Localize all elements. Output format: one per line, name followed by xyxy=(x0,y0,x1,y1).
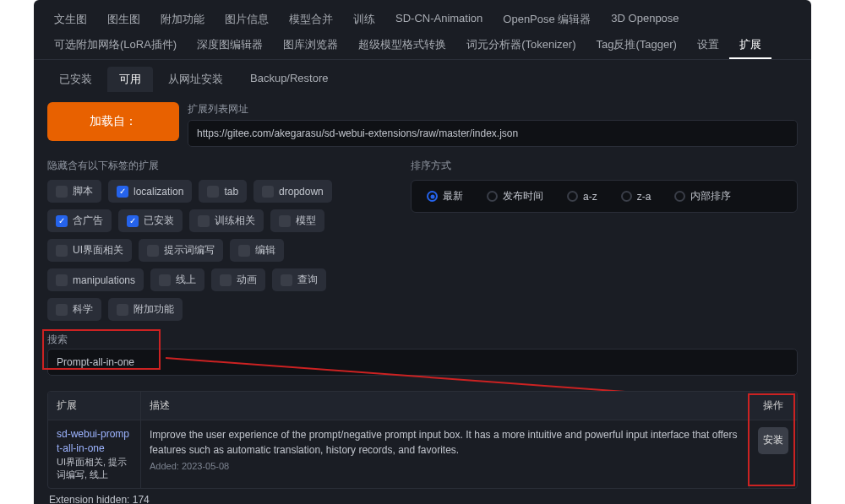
main-tab[interactable]: 深度图编辑器 xyxy=(187,32,273,59)
extension-added-date: Added: 2023-05-08 xyxy=(150,461,740,471)
main-tab[interactable]: 图库浏览器 xyxy=(273,32,348,59)
filter-chip-label: 训练相关 xyxy=(215,214,255,228)
action-highlight-box xyxy=(748,393,795,486)
radio-icon xyxy=(487,191,498,202)
sort-radio[interactable]: z-a xyxy=(611,186,662,207)
radio-icon xyxy=(427,191,438,202)
filter-chip-label: localization xyxy=(134,186,183,198)
checkbox-icon: ✓ xyxy=(56,215,68,227)
checkbox-icon xyxy=(238,245,250,257)
filter-chip-label: tab xyxy=(224,186,238,198)
filter-chip[interactable]: 动画 xyxy=(211,268,265,291)
sort-radio-label: z-a xyxy=(637,191,651,203)
checkbox-icon xyxy=(117,304,128,316)
main-tab[interactable]: 模型合并 xyxy=(279,7,343,32)
filter-chip[interactable]: 线上 xyxy=(150,268,204,291)
filter-chip[interactable]: ✓localization xyxy=(108,180,192,203)
sort-radio-label: a-z xyxy=(583,191,597,203)
main-tab[interactable]: 文生图 xyxy=(44,7,97,32)
load-from-button[interactable]: 加载自： xyxy=(47,102,179,141)
main-tab[interactable]: 可选附加网络(LoRA插件) xyxy=(44,32,187,59)
main-tab[interactable]: 3D Openpose xyxy=(601,7,689,32)
th-extension: 扩展 xyxy=(48,392,141,420)
checkbox-icon xyxy=(262,186,274,198)
filter-chip-label: 已安装 xyxy=(144,214,174,228)
radio-icon xyxy=(674,191,685,202)
filter-chip[interactable]: ✓含广告 xyxy=(47,209,112,232)
main-tab[interactable]: 扩展 xyxy=(729,32,771,59)
filter-chip-label: dropdown xyxy=(279,186,324,198)
main-tab[interactable]: Tag反推(Tagger) xyxy=(586,32,686,59)
main-tab[interactable]: OpenPose 编辑器 xyxy=(493,7,601,32)
sort-label: 排序方式 xyxy=(411,159,798,173)
sort-radio[interactable]: 发布时间 xyxy=(477,186,553,207)
filter-chip-label: 提示词编写 xyxy=(164,243,215,257)
filter-chip[interactable]: tab xyxy=(199,180,247,203)
filter-chip[interactable]: 训练相关 xyxy=(189,209,264,232)
filter-chip[interactable]: 脚本 xyxy=(47,180,101,203)
filter-chip[interactable]: 模型 xyxy=(270,209,324,232)
main-tab[interactable]: 设置 xyxy=(687,32,729,59)
checkbox-icon xyxy=(198,215,210,227)
sort-radio-label: 发布时间 xyxy=(503,189,543,203)
filter-chip[interactable]: manipulations xyxy=(47,268,144,291)
main-tab[interactable]: 附加功能 xyxy=(150,7,215,32)
checkbox-icon: ✓ xyxy=(117,186,128,198)
sub-tab[interactable]: 从网址安装 xyxy=(156,67,235,92)
main-tab[interactable]: 图生图 xyxy=(97,7,150,32)
extensions-table: 扩展 描述 操作 sd-webui-prompt-all-in-one UI界面… xyxy=(47,391,798,489)
sort-radio[interactable]: a-z xyxy=(557,186,608,207)
extension-url-input[interactable] xyxy=(188,120,798,147)
filter-chip-label: manipulations xyxy=(73,274,135,286)
filter-chip[interactable]: ✓已安装 xyxy=(118,209,183,232)
filter-chip[interactable]: 科学 xyxy=(47,298,101,321)
filter-chip-label: UI界面相关 xyxy=(73,243,123,257)
main-tab[interactable]: SD-CN-Animation xyxy=(385,7,493,32)
checkbox-icon: ✓ xyxy=(127,215,139,227)
extension-description: Improve the user experience of the promp… xyxy=(150,427,740,458)
filter-chip[interactable]: UI界面相关 xyxy=(47,239,132,262)
filter-chip-label: 线上 xyxy=(176,273,196,287)
main-tab[interactable]: 超级模型格式转换 xyxy=(348,32,456,59)
checkbox-icon xyxy=(207,186,219,198)
sort-radio[interactable]: 最新 xyxy=(417,186,473,207)
extension-name[interactable]: sd-webui-prompt-all-in-one xyxy=(57,427,132,456)
checkbox-icon xyxy=(147,245,159,257)
sub-tabs: 已安装可用从网址安装Backup/Restore xyxy=(34,60,811,92)
th-description: 描述 xyxy=(141,392,750,420)
filter-chip[interactable]: 提示词编写 xyxy=(139,239,223,262)
sub-tab[interactable]: Backup/Restore xyxy=(238,67,341,92)
main-tab[interactable]: 词元分析器(Tokenizer) xyxy=(456,32,586,59)
sort-radio-label: 最新 xyxy=(443,189,463,203)
filter-chip[interactable]: 附加功能 xyxy=(108,298,183,321)
radio-icon xyxy=(621,191,632,202)
table-row: sd-webui-prompt-all-in-one UI界面相关, 提示词编写… xyxy=(48,420,797,488)
sort-radio[interactable]: 内部排序 xyxy=(664,186,741,207)
filters-label: 隐藏含有以下标签的扩展 xyxy=(47,159,385,173)
filter-chip[interactable]: dropdown xyxy=(254,180,332,203)
checkbox-icon xyxy=(56,245,68,257)
checkbox-icon xyxy=(56,304,68,316)
checkbox-icon xyxy=(281,274,292,286)
checkbox-icon xyxy=(56,274,68,286)
main-tab[interactable]: 图片信息 xyxy=(215,7,279,32)
filter-chip-label: 脚本 xyxy=(73,184,93,198)
checkbox-icon xyxy=(220,274,232,286)
hidden-count: Extension hidden: 174 xyxy=(47,489,798,504)
filter-chip[interactable]: 查询 xyxy=(272,268,326,291)
filter-chip-label: 编辑 xyxy=(255,243,275,257)
radio-icon xyxy=(567,191,578,202)
search-input[interactable]: Prompt-all-in-one xyxy=(47,349,798,376)
filter-chip-label: 附加功能 xyxy=(134,302,174,317)
main-tabs: 文生图图生图附加功能图片信息模型合并训练SD-CN-AnimationOpenP… xyxy=(34,0,811,60)
sub-tab[interactable]: 已安装 xyxy=(47,67,104,92)
filter-chip-label: 查询 xyxy=(297,273,318,287)
filter-chips: 脚本✓localizationtabdropdown✓含广告✓已安装训练相关模型… xyxy=(47,180,385,321)
checkbox-icon xyxy=(159,274,171,286)
main-tab[interactable]: 训练 xyxy=(343,7,385,32)
filter-chip[interactable]: 编辑 xyxy=(230,239,284,262)
extension-tags: UI界面相关, 提示词编写, 线上 xyxy=(57,456,132,482)
checkbox-icon xyxy=(279,215,291,227)
url-label: 扩展列表网址 xyxy=(188,102,798,117)
sub-tab[interactable]: 可用 xyxy=(107,67,153,92)
